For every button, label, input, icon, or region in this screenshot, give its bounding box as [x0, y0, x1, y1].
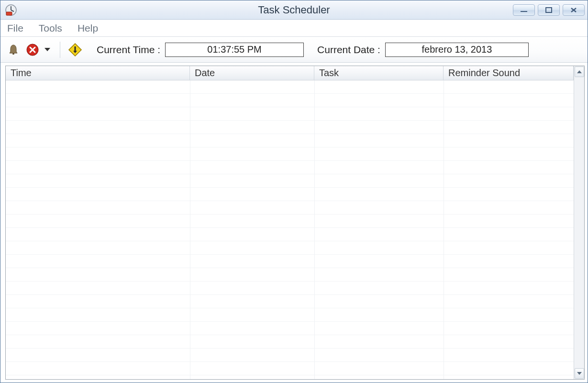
- dropdown-arrow-icon[interactable]: [44, 48, 50, 51]
- task-table: Time Date Task Reminder Sound: [6, 66, 574, 379]
- content-area: Time Date Task Reminder Sound: [5, 66, 585, 380]
- bell-icon[interactable]: [5, 42, 22, 58]
- menu-help[interactable]: Help: [76, 22, 100, 35]
- minimize-button[interactable]: [513, 4, 535, 16]
- svg-rect-4: [521, 11, 527, 12]
- menubar: File Tools Help: [0, 20, 588, 37]
- column-header-date[interactable]: Date: [190, 66, 314, 80]
- close-button[interactable]: [563, 4, 585, 16]
- svg-rect-5: [546, 8, 552, 12]
- grid-vline: [314, 80, 315, 379]
- current-date-field: febrero 13, 2013: [385, 43, 529, 57]
- app-window: Task Scheduler File Tools Help: [0, 0, 588, 383]
- svg-rect-8: [12, 53, 14, 55]
- grid-vline: [190, 80, 190, 379]
- toolbar-separator: [60, 42, 60, 58]
- current-time-field: 01:37:55 PM: [165, 43, 304, 57]
- column-header-task[interactable]: Task: [314, 66, 444, 80]
- current-time-label: Current Time :: [97, 44, 160, 56]
- scroll-up-button[interactable]: [575, 67, 584, 77]
- scroll-down-button[interactable]: [575, 368, 584, 379]
- column-header-time[interactable]: Time: [6, 66, 190, 80]
- window-title: Task Scheduler: [0, 4, 588, 16]
- menu-file[interactable]: File: [5, 22, 25, 35]
- priority-icon[interactable]: [67, 42, 83, 58]
- current-date-label: Current Date :: [317, 44, 380, 56]
- titlebar[interactable]: Task Scheduler: [0, 0, 588, 20]
- app-icon: [4, 3, 18, 17]
- toolbar: Current Time : 01:37:55 PM Current Date …: [0, 37, 588, 63]
- svg-rect-3: [6, 12, 12, 15]
- menu-tools[interactable]: Tools: [37, 22, 64, 35]
- grid-vline: [444, 80, 444, 379]
- table-body[interactable]: [6, 80, 574, 379]
- maximize-button[interactable]: [538, 4, 560, 16]
- column-header-reminder-sound[interactable]: Reminder Sound: [444, 66, 574, 80]
- window-controls: [513, 4, 585, 16]
- table-header-row: Time Date Task Reminder Sound: [6, 66, 574, 80]
- vertical-scrollbar[interactable]: [574, 66, 584, 379]
- delete-icon[interactable]: [24, 42, 41, 58]
